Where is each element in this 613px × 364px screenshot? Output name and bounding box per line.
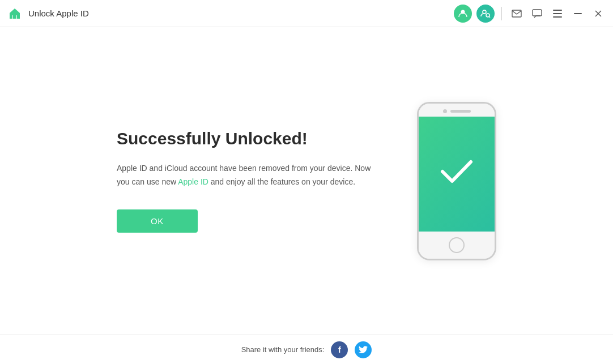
highlight-text: Apple ID: [178, 177, 208, 186]
svg-point-3: [486, 14, 489, 17]
phone-illustration: [417, 102, 496, 260]
home-icon[interactable]: [7, 6, 23, 22]
minimize-button[interactable]: [570, 6, 586, 22]
title-bar-left: Unlock Apple ID: [7, 6, 454, 22]
right-section: [417, 102, 496, 260]
mail-icon[interactable]: [509, 6, 525, 22]
success-description: Apple ID and iCloud account have been re…: [117, 162, 372, 189]
phone-speaker: [450, 110, 471, 113]
title-bar: Unlock Apple ID: [0, 0, 613, 27]
share-label: Share it with your friends:: [241, 345, 325, 354]
twitter-button[interactable]: [355, 341, 372, 358]
search-user-icon[interactable]: [476, 5, 495, 23]
footer: Share it with your friends: f: [0, 335, 613, 364]
title-bar-right: [454, 5, 606, 23]
phone-camera: [443, 109, 447, 113]
svg-rect-6: [533, 10, 542, 16]
success-title: Successfully Unlocked!: [117, 129, 372, 148]
phone-home-button: [449, 237, 465, 253]
ok-button[interactable]: OK: [117, 209, 198, 233]
left-section: Successfully Unlocked! Apple ID and iClo…: [117, 129, 372, 233]
app-title: Unlock Apple ID: [28, 8, 89, 18]
facebook-button[interactable]: f: [331, 341, 348, 358]
phone-bottom: [419, 232, 495, 259]
svg-rect-7: [553, 10, 562, 11]
svg-rect-5: [512, 10, 521, 17]
chat-icon[interactable]: [529, 6, 545, 22]
svg-rect-10: [574, 13, 582, 14]
main-content: Successfully Unlocked! Apple ID and iClo…: [0, 27, 613, 335]
phone-screen: [419, 117, 495, 232]
svg-rect-8: [553, 13, 562, 14]
close-button[interactable]: [590, 6, 606, 22]
user-icon[interactable]: [454, 5, 472, 23]
divider: [501, 7, 502, 20]
svg-line-4: [489, 16, 490, 18]
menu-icon[interactable]: [550, 6, 565, 22]
svg-rect-9: [553, 16, 562, 18]
phone-top-bar: [419, 104, 495, 117]
svg-rect-0: [13, 15, 16, 19]
check-icon: [440, 157, 474, 190]
